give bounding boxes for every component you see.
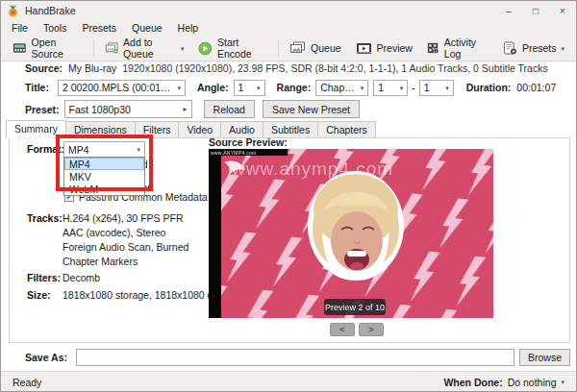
- save-as-label: Save As:: [25, 352, 67, 363]
- toolbar-separator: [93, 40, 94, 57]
- activity-log-button[interactable]: Activity Log: [421, 35, 494, 61]
- preset-select[interactable]: Fast 1080p30 ▸: [64, 100, 192, 118]
- range-from-select[interactable]: 1 ▾: [373, 80, 408, 96]
- tab-dimensions[interactable]: Dimensions: [65, 121, 136, 138]
- chevron-down-icon: ▾: [177, 85, 181, 91]
- queue-button[interactable]: Queue: [284, 39, 347, 57]
- range-to-value: 1: [424, 82, 430, 93]
- duration-value: 00:01:07: [516, 82, 556, 93]
- start-encode-button[interactable]: Start Encode: [192, 35, 273, 61]
- handbrake-logo-icon: [7, 5, 19, 17]
- range-label: Range:: [277, 82, 312, 93]
- toolbar: Open Source Add to Queue ▾ Start Encode: [1, 36, 576, 61]
- presets-label: Presets: [522, 42, 557, 54]
- add-to-queue-button[interactable]: Add to Queue ▾: [99, 35, 190, 61]
- angle-select-value: 1: [238, 82, 244, 93]
- tab-strip: Summary Dimensions Filters Video Audio S…: [6, 122, 375, 138]
- preset-label: Preset:: [25, 104, 60, 115]
- format-option-mp4[interactable]: MP4: [64, 158, 144, 170]
- title-select-value: 2 00200.MPLS (00:01:07): [63, 82, 173, 93]
- chevron-down-icon: ▾: [137, 146, 140, 153]
- preview-icon: [356, 42, 372, 55]
- source-details: 1920x1080 (1920x1080), 23.98 FPS, SDR (8…: [122, 62, 547, 74]
- tab-chapters[interactable]: Chapters: [317, 121, 376, 138]
- duration-label: Duration:: [466, 82, 512, 93]
- reload-button[interactable]: Reload: [204, 100, 255, 118]
- angle-label: Angle:: [197, 82, 229, 93]
- minimize-button[interactable]: –: [495, 1, 522, 20]
- format-select[interactable]: MP4 ▾: [63, 141, 145, 158]
- add-to-queue-icon: [105, 41, 118, 55]
- source-label: Source:: [25, 62, 63, 74]
- open-source-button[interactable]: Open Source: [7, 35, 88, 61]
- handbrake-window: HandBrake – □ × File Tools Presets Queue…: [0, 0, 577, 392]
- filters-label: Filters:: [27, 272, 61, 283]
- range-to-select[interactable]: 1 ▾: [419, 80, 454, 96]
- add-to-queue-label: Add to Queue: [123, 37, 176, 60]
- activity-log-label: Activity Log: [444, 37, 489, 60]
- tracks-line: H.264 (x264), 30 FPS PFR: [63, 212, 183, 224]
- open-source-label: Open Source: [32, 37, 83, 60]
- range-type-select[interactable]: Chapters ▾: [315, 80, 368, 96]
- menubar: File Tools Presets Queue Help: [1, 20, 576, 36]
- save-new-preset-button[interactable]: Save New Preset: [263, 100, 360, 118]
- format-label: Format:: [27, 143, 64, 155]
- preset-select-value: Fast 1080p30: [69, 104, 131, 115]
- menu-file[interactable]: File: [4, 21, 36, 35]
- title-label: Title:: [25, 82, 49, 93]
- filters-value: Decomb: [63, 272, 100, 283]
- preview-label: Preview: [377, 42, 413, 54]
- format-dropdown-list: MP4 MKV WebM: [63, 157, 145, 196]
- start-encode-icon: [198, 40, 213, 57]
- menu-queue[interactable]: Queue: [124, 21, 170, 35]
- format-option-webm[interactable]: WebM: [64, 183, 144, 195]
- when-done-label: When Done:: [443, 377, 502, 388]
- face-sticker: [308, 171, 404, 281]
- range-from-value: 1: [378, 82, 384, 93]
- format-select-value: MP4: [68, 144, 89, 156]
- browse-button[interactable]: Browse: [519, 349, 570, 366]
- presets-button[interactable]: Presets ▾: [497, 39, 570, 57]
- preset-row: Preset: Fast 1080p30 ▸ Reload Save New P…: [25, 100, 568, 118]
- titlebar: HandBrake – □ ×: [1, 1, 576, 20]
- menu-help[interactable]: Help: [170, 21, 207, 35]
- queue-icon: [289, 41, 306, 55]
- format-option-mkv[interactable]: MKV: [64, 170, 144, 183]
- title-select[interactable]: 2 00200.MPLS (00:01:07) ▾: [58, 80, 186, 96]
- range-separator: -: [412, 82, 415, 93]
- save-as-input[interactable]: [76, 349, 514, 366]
- source-row: Source: My Blu-ray 1920x1080 (1920x1080)…: [25, 61, 568, 76]
- maximize-button[interactable]: □: [522, 1, 549, 20]
- preview-button[interactable]: Preview: [350, 40, 418, 57]
- title-row: Title: 2 00200.MPLS (00:01:07) ▾ Angle: …: [25, 79, 572, 96]
- menu-tools[interactable]: Tools: [36, 21, 75, 35]
- tab-filters[interactable]: Filters: [135, 121, 180, 138]
- start-encode-label: Start Encode: [217, 37, 267, 60]
- when-done-select[interactable]: Do nothing: [508, 377, 557, 388]
- source-name: My Blu-ray: [68, 62, 116, 74]
- previous-preview-button[interactable]: <: [330, 323, 355, 336]
- watermark-text: www.anymp4.com: [232, 159, 493, 180]
- chevron-down-icon: ▾: [562, 45, 565, 52]
- chevron-down-icon: ▾: [445, 85, 449, 91]
- range-type-value: Chapters: [320, 82, 356, 93]
- preview-corner-text: www.ANYMP4.com: [211, 150, 257, 156]
- statusbar: Ready When Done: Do nothing ▾: [1, 371, 576, 392]
- activity-log-icon: [427, 41, 439, 55]
- next-preview-button[interactable]: >: [359, 323, 384, 336]
- tracks-line: Foreign Audio Scan, Burned: [63, 241, 188, 253]
- presets-icon: [503, 41, 517, 55]
- chevron-down-icon: ▾: [257, 85, 261, 91]
- queue-label: Queue: [311, 42, 341, 54]
- close-button[interactable]: ×: [549, 1, 576, 20]
- tab-summary[interactable]: Summary: [6, 120, 66, 138]
- source-preview-label: Source Preview:: [209, 136, 288, 148]
- angle-select[interactable]: 1 ▾: [234, 80, 265, 96]
- menu-presets[interactable]: Presets: [74, 21, 124, 35]
- chevron-down-icon: ▾: [561, 379, 564, 385]
- window-title: HandBrake: [25, 5, 76, 16]
- preview-image: www.ANYMP4.com www.anymp4.com: [209, 149, 493, 318]
- chevron-down-icon: ▾: [181, 45, 185, 52]
- film-strip-icon: [13, 41, 27, 55]
- chevron-down-icon: ▾: [361, 85, 364, 91]
